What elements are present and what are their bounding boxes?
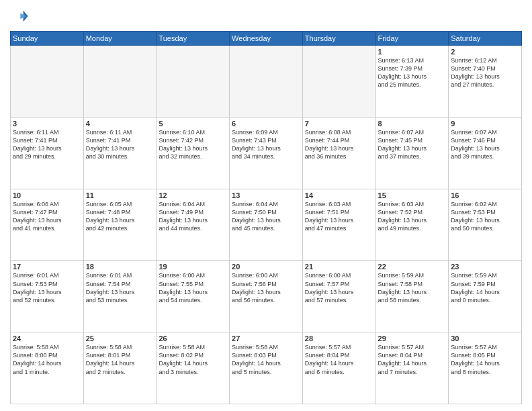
day-info: Sunrise: 6:13 AM Sunset: 7:39 PM Dayligh… bbox=[378, 56, 447, 89]
day-cell-empty-0-1 bbox=[83, 46, 157, 118]
header-cell-wednesday: Wednesday bbox=[230, 32, 303, 46]
day-cell-25: 25Sunrise: 5:58 AM Sunset: 8:01 PM Dayli… bbox=[83, 332, 157, 404]
day-info: Sunrise: 6:07 AM Sunset: 7:46 PM Dayligh… bbox=[451, 128, 519, 161]
day-number: 8 bbox=[378, 120, 447, 128]
day-cell-16: 16Sunrise: 6:02 AM Sunset: 7:53 PM Dayli… bbox=[449, 189, 522, 261]
day-number: 15 bbox=[378, 191, 447, 199]
day-number: 7 bbox=[305, 120, 373, 128]
header-cell-saturday: Saturday bbox=[449, 32, 522, 46]
day-info: Sunrise: 6:00 AM Sunset: 7:56 PM Dayligh… bbox=[232, 271, 300, 304]
day-number: 23 bbox=[451, 263, 519, 271]
day-number: 1 bbox=[378, 48, 447, 56]
day-number: 28 bbox=[305, 334, 373, 342]
day-cell-30: 30Sunrise: 5:57 AM Sunset: 8:05 PM Dayli… bbox=[449, 332, 522, 404]
day-number: 20 bbox=[232, 263, 300, 271]
day-cell-21: 21Sunrise: 6:00 AM Sunset: 7:57 PM Dayli… bbox=[302, 261, 375, 332]
day-info: Sunrise: 5:58 AM Sunset: 8:01 PM Dayligh… bbox=[86, 343, 154, 376]
day-info: Sunrise: 5:57 AM Sunset: 8:04 PM Dayligh… bbox=[305, 343, 373, 376]
day-number: 22 bbox=[378, 263, 447, 271]
day-number: 27 bbox=[232, 334, 300, 342]
header-row: SundayMondayTuesdayWednesdayThursdayFrid… bbox=[11, 32, 522, 46]
day-info: Sunrise: 5:57 AM Sunset: 8:05 PM Dayligh… bbox=[451, 343, 519, 376]
day-number: 11 bbox=[86, 191, 154, 199]
day-cell-10: 10Sunrise: 6:06 AM Sunset: 7:47 PM Dayli… bbox=[11, 189, 84, 261]
header-cell-tuesday: Tuesday bbox=[157, 32, 230, 46]
day-info: Sunrise: 5:58 AM Sunset: 8:00 PM Dayligh… bbox=[13, 343, 81, 376]
day-cell-8: 8Sunrise: 6:07 AM Sunset: 7:45 PM Daylig… bbox=[375, 117, 449, 189]
day-number: 18 bbox=[86, 263, 154, 271]
week-row-1: 1Sunrise: 6:13 AM Sunset: 7:39 PM Daylig… bbox=[11, 46, 522, 118]
day-number: 5 bbox=[159, 120, 227, 128]
day-info: Sunrise: 6:11 AM Sunset: 7:41 PM Dayligh… bbox=[86, 128, 154, 161]
day-cell-7: 7Sunrise: 6:08 AM Sunset: 7:44 PM Daylig… bbox=[302, 117, 375, 189]
day-cell-6: 6Sunrise: 6:09 AM Sunset: 7:43 PM Daylig… bbox=[230, 117, 303, 189]
calendar-table: SundayMondayTuesdayWednesdayThursdayFrid… bbox=[10, 31, 522, 404]
day-number: 19 bbox=[159, 263, 227, 271]
header-cell-thursday: Thursday bbox=[302, 32, 375, 46]
week-row-4: 17Sunrise: 6:01 AM Sunset: 7:53 PM Dayli… bbox=[11, 261, 522, 332]
day-cell-empty-0-3 bbox=[230, 46, 303, 118]
day-number: 2 bbox=[451, 48, 519, 56]
day-cell-3: 3Sunrise: 6:11 AM Sunset: 7:41 PM Daylig… bbox=[11, 117, 84, 189]
day-cell-2: 2Sunrise: 6:12 AM Sunset: 7:40 PM Daylig… bbox=[449, 46, 522, 118]
header-cell-monday: Monday bbox=[83, 32, 157, 46]
day-cell-14: 14Sunrise: 6:03 AM Sunset: 7:51 PM Dayli… bbox=[302, 189, 375, 261]
day-number: 14 bbox=[305, 191, 373, 199]
day-info: Sunrise: 6:04 AM Sunset: 7:49 PM Dayligh… bbox=[159, 200, 227, 233]
day-info: Sunrise: 6:00 AM Sunset: 7:55 PM Dayligh… bbox=[159, 271, 227, 304]
day-info: Sunrise: 5:59 AM Sunset: 7:59 PM Dayligh… bbox=[451, 271, 519, 304]
day-info: Sunrise: 5:58 AM Sunset: 8:02 PM Dayligh… bbox=[159, 343, 227, 376]
day-cell-18: 18Sunrise: 6:01 AM Sunset: 7:54 PM Dayli… bbox=[83, 261, 157, 332]
day-number: 24 bbox=[13, 334, 81, 342]
day-info: Sunrise: 6:10 AM Sunset: 7:42 PM Dayligh… bbox=[159, 128, 227, 161]
day-info: Sunrise: 6:06 AM Sunset: 7:47 PM Dayligh… bbox=[13, 200, 81, 233]
week-row-5: 24Sunrise: 5:58 AM Sunset: 8:00 PM Dayli… bbox=[11, 332, 522, 404]
logo-icon bbox=[10, 7, 29, 26]
day-cell-23: 23Sunrise: 5:59 AM Sunset: 7:59 PM Dayli… bbox=[449, 261, 522, 332]
day-info: Sunrise: 5:57 AM Sunset: 8:04 PM Dayligh… bbox=[378, 343, 447, 376]
day-cell-24: 24Sunrise: 5:58 AM Sunset: 8:00 PM Dayli… bbox=[11, 332, 84, 404]
day-info: Sunrise: 6:01 AM Sunset: 7:53 PM Dayligh… bbox=[13, 271, 81, 304]
day-info: Sunrise: 5:59 AM Sunset: 7:58 PM Dayligh… bbox=[378, 271, 447, 304]
day-number: 9 bbox=[451, 120, 519, 128]
logo bbox=[10, 7, 32, 26]
day-number: 12 bbox=[159, 191, 227, 199]
day-info: Sunrise: 6:08 AM Sunset: 7:44 PM Dayligh… bbox=[305, 128, 373, 161]
day-cell-11: 11Sunrise: 6:05 AM Sunset: 7:48 PM Dayli… bbox=[83, 189, 157, 261]
day-info: Sunrise: 6:01 AM Sunset: 7:54 PM Dayligh… bbox=[86, 271, 154, 304]
day-number: 17 bbox=[13, 263, 81, 271]
day-cell-19: 19Sunrise: 6:00 AM Sunset: 7:55 PM Dayli… bbox=[157, 261, 230, 332]
header-cell-sunday: Sunday bbox=[11, 32, 84, 46]
day-info: Sunrise: 6:11 AM Sunset: 7:41 PM Dayligh… bbox=[13, 128, 81, 161]
day-cell-empty-0-0 bbox=[11, 46, 84, 118]
day-cell-9: 9Sunrise: 6:07 AM Sunset: 7:46 PM Daylig… bbox=[449, 117, 522, 189]
day-number: 16 bbox=[451, 191, 519, 199]
day-cell-4: 4Sunrise: 6:11 AM Sunset: 7:41 PM Daylig… bbox=[83, 117, 157, 189]
day-cell-28: 28Sunrise: 5:57 AM Sunset: 8:04 PM Dayli… bbox=[302, 332, 375, 404]
day-number: 4 bbox=[86, 120, 154, 128]
day-info: Sunrise: 6:02 AM Sunset: 7:53 PM Dayligh… bbox=[451, 200, 519, 233]
day-cell-26: 26Sunrise: 5:58 AM Sunset: 8:02 PM Dayli… bbox=[157, 332, 230, 404]
day-cell-1: 1Sunrise: 6:13 AM Sunset: 7:39 PM Daylig… bbox=[375, 46, 449, 118]
day-cell-12: 12Sunrise: 6:04 AM Sunset: 7:49 PM Dayli… bbox=[157, 189, 230, 261]
day-cell-13: 13Sunrise: 6:04 AM Sunset: 7:50 PM Dayli… bbox=[230, 189, 303, 261]
header bbox=[10, 7, 522, 26]
day-number: 30 bbox=[451, 334, 519, 342]
day-cell-15: 15Sunrise: 6:03 AM Sunset: 7:52 PM Dayli… bbox=[375, 189, 449, 261]
day-info: Sunrise: 6:03 AM Sunset: 7:51 PM Dayligh… bbox=[305, 200, 373, 233]
day-info: Sunrise: 6:09 AM Sunset: 7:43 PM Dayligh… bbox=[232, 128, 300, 161]
day-info: Sunrise: 6:05 AM Sunset: 7:48 PM Dayligh… bbox=[86, 200, 154, 233]
day-info: Sunrise: 6:12 AM Sunset: 7:40 PM Dayligh… bbox=[451, 56, 519, 89]
week-row-3: 10Sunrise: 6:06 AM Sunset: 7:47 PM Dayli… bbox=[11, 189, 522, 261]
day-cell-empty-0-2 bbox=[157, 46, 230, 118]
day-number: 13 bbox=[232, 191, 300, 199]
day-info: Sunrise: 6:03 AM Sunset: 7:52 PM Dayligh… bbox=[378, 200, 447, 233]
day-number: 26 bbox=[159, 334, 227, 342]
day-cell-29: 29Sunrise: 5:57 AM Sunset: 8:04 PM Dayli… bbox=[375, 332, 449, 404]
day-cell-17: 17Sunrise: 6:01 AM Sunset: 7:53 PM Dayli… bbox=[11, 261, 84, 332]
day-info: Sunrise: 6:04 AM Sunset: 7:50 PM Dayligh… bbox=[232, 200, 300, 233]
week-row-2: 3Sunrise: 6:11 AM Sunset: 7:41 PM Daylig… bbox=[11, 117, 522, 189]
day-number: 21 bbox=[305, 263, 373, 271]
day-info: Sunrise: 6:07 AM Sunset: 7:45 PM Dayligh… bbox=[378, 128, 447, 161]
day-number: 10 bbox=[13, 191, 81, 199]
